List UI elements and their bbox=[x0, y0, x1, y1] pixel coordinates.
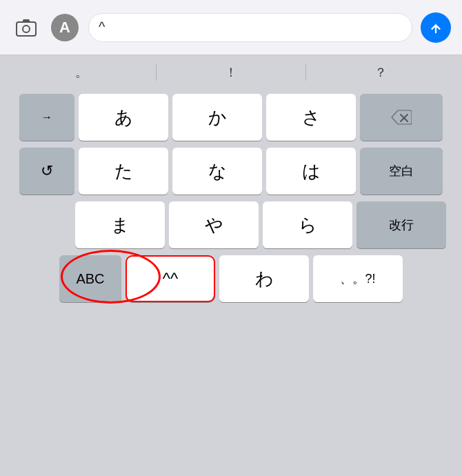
key-undo[interactable]: ↺ bbox=[19, 148, 74, 195]
toolbar: A ^ bbox=[0, 0, 462, 55]
keyboard-row-2: ↺ た な は 空白 bbox=[3, 148, 459, 195]
key-ka[interactable]: か bbox=[172, 94, 262, 141]
key-punctuation[interactable]: 、。?! bbox=[313, 255, 403, 302]
key-enter[interactable]: 改行 bbox=[356, 201, 446, 248]
suggestion-maru[interactable]: 。 bbox=[7, 59, 156, 86]
key-a[interactable]: あ bbox=[79, 94, 168, 141]
key-ra[interactable]: ら bbox=[263, 201, 352, 248]
text-input-wrapper[interactable]: ^ bbox=[88, 13, 412, 42]
key-ha[interactable]: は bbox=[266, 148, 356, 195]
camera-icon[interactable] bbox=[11, 12, 41, 43]
svg-rect-0 bbox=[17, 22, 36, 36]
key-delete[interactable] bbox=[360, 94, 443, 141]
keyboard-row-4: ABC ^^ わ 、。?! bbox=[3, 255, 459, 302]
key-ya[interactable]: や bbox=[169, 201, 259, 248]
svg-text:A: A bbox=[59, 19, 70, 36]
suggestion-exclamation[interactable]: ！ bbox=[157, 59, 305, 86]
suggestion-question[interactable]: ？ bbox=[306, 59, 455, 86]
key-sa[interactable]: さ bbox=[266, 94, 356, 141]
key-ta[interactable]: た bbox=[79, 148, 168, 195]
send-button[interactable] bbox=[421, 12, 451, 43]
suggestion-bar: 。 ！ ？ bbox=[0, 55, 462, 90]
japanese-keyboard: → あ か さ ↺ た な は 空白 ま や ら bbox=[0, 90, 462, 306]
key-wa[interactable]: わ bbox=[219, 255, 309, 302]
input-text: ^ bbox=[99, 19, 402, 35]
svg-rect-2 bbox=[23, 19, 30, 23]
key-arrow-right[interactable]: → bbox=[19, 94, 74, 141]
appstore-icon[interactable]: A bbox=[50, 12, 80, 43]
keyboard-row-3: ま や ら 改行 bbox=[3, 201, 459, 248]
key-kuuhaku[interactable]: 空白 bbox=[360, 148, 443, 195]
key-double-caret[interactable]: ^^ bbox=[125, 255, 215, 302]
key-ma[interactable]: ま bbox=[75, 201, 165, 248]
svg-point-1 bbox=[23, 26, 30, 32]
key-abc[interactable]: ABC bbox=[59, 255, 121, 302]
key-na[interactable]: な bbox=[172, 148, 262, 195]
keyboard-wrapper: → あ か さ ↺ た な は 空白 ま や ら bbox=[0, 90, 462, 306]
keyboard-row-1: → あ か さ bbox=[3, 94, 459, 141]
